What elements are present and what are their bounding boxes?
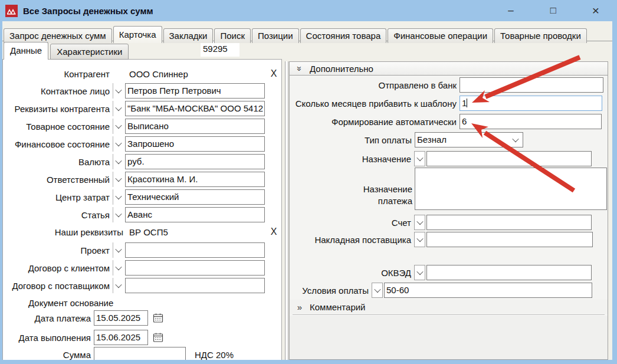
tab-financial-operations[interactable]: Финансовые операции [388,28,493,43]
months-add-field[interactable]: 1 [460,96,602,111]
financial-state-field[interactable]: Запрошено [125,136,265,152]
main-tab-bar: Запрос денежных сумм Карточка Закладки П… [4,26,587,43]
okved-row: ОКВЭД [290,265,592,280]
chevron-down-icon[interactable] [414,232,425,247]
right-form-panel: » Дополнительно Отправлено в банк Скольк… [289,61,608,360]
supplier-invoice-field[interactable] [426,232,593,247]
sent-to-bank-row: Отправлено в банк [290,77,603,93]
goods-state-label: Товарное состояние [3,122,113,132]
amount-field[interactable] [94,347,186,360]
financial-state-label: Финансовое состояние [3,139,113,149]
chevron-down-icon[interactable] [113,154,124,169]
goods-state-field[interactable]: Выписано [125,119,265,134]
minimize-button[interactable]: – [490,0,532,21]
chevron-down-icon[interactable] [113,83,124,99]
project-field[interactable] [125,242,265,258]
field-row: Договор с клиентом [3,260,265,276]
payment-date-label: Дата платежа [3,313,94,323]
calendar-icon[interactable] [152,312,164,324]
okved-field[interactable] [426,265,592,280]
chevron-down-icon[interactable] [414,215,425,230]
tab-bookmarks[interactable]: Закладки [163,28,214,43]
comment-section-header[interactable]: » Комментарий [290,300,608,314]
tab-card[interactable]: Карточка [113,26,162,43]
currency-field[interactable]: руб. [125,154,265,169]
field-row: Товарное состояние Выписано [3,119,265,134]
responsible-field[interactable]: Красоткина М. И. [125,172,265,187]
contragent-clear-button[interactable]: X [268,68,279,79]
chevron-down-icon[interactable] [414,265,425,280]
months-add-label: Сколько месяцев прибавить к шаблону [290,99,460,109]
account-field[interactable] [426,215,592,230]
payment-purpose-textarea[interactable] [415,168,607,210]
project-label: Проект [3,245,113,255]
sent-to-bank-field[interactable] [460,77,603,93]
payment-type-row: Тип оплаты Безнал [290,132,523,147]
comment-section-title: Комментарий [310,302,365,312]
chevron-down-icon[interactable] [113,242,124,258]
additional-section-header[interactable]: » Дополнительно [290,62,608,76]
chevron-down-icon[interactable] [113,278,124,293]
calendar-icon[interactable] [152,332,164,343]
our-details-row: Наши реквизиты ВР ОСП5 X [3,226,281,238]
record-id-field[interactable]: 59295 [201,41,239,57]
chevron-down-icon[interactable] [414,151,425,166]
chevron-down-icon[interactable] [113,260,124,276]
payment-terms-field[interactable]: 50-60 [384,283,592,298]
client-contract-field[interactable] [125,260,265,276]
title-bar: Все Запросы денежных сумм – □ × [0,0,617,21]
chevron-down-icon[interactable] [113,119,124,134]
expand-section-icon[interactable]: » [290,302,310,312]
payment-terms-label: Условия оплаты [290,286,372,296]
payment-type-select[interactable]: Безнал [415,132,523,147]
subtab-characteristics[interactable]: Характеристики [50,44,129,60]
subtab-data[interactable]: Данные [4,42,48,60]
tab-goods-states[interactable]: Состояния товара [300,28,387,43]
execution-date-row: Дата выполнения 15.06.2025 [3,330,164,345]
supplier-invoice-row: Накладная поставщика [290,232,593,247]
execution-date-field[interactable]: 15.06.2025 [94,330,148,345]
tab-positions[interactable]: Позиции [252,28,299,43]
auto-generate-field[interactable]: 6 [460,114,602,129]
cost-center-field[interactable]: Технический [125,189,265,205]
tab-goods-postings[interactable]: Товарные проводки [494,28,587,43]
chevron-down-icon[interactable] [372,283,383,298]
payment-date-row: Дата платежа 15.05.2025 [3,310,164,326]
tab-search[interactable]: Поиск [214,28,251,43]
supplier-contract-field[interactable] [125,278,265,293]
app-window: Все Запросы денежных сумм – □ × Запрос д… [0,0,617,364]
left-form-panel: Контрагент ООО Спиннер X Контактное лицо… [2,59,282,360]
chevron-down-icon[interactable] [113,101,124,116]
supplier-contract-label: Договор с поставщиком [3,281,113,291]
chevron-down-icon[interactable] [113,207,124,222]
comment-body[interactable] [290,316,608,359]
auto-generate-label: Формирование автоматически [290,117,460,127]
contact-person-field[interactable]: Петров Петр Петрович [125,83,265,99]
chevron-down-icon[interactable] [113,136,124,152]
field-row: Реквизиты контрагента "Банк "МБА-МОСКВА"… [3,101,265,116]
client-contract-label: Договор с клиентом [3,263,113,273]
window-title: Все Запросы денежных сумм [23,6,153,16]
tab-money-request[interactable]: Запрос денежных сумм [4,28,112,43]
text-caret [467,99,467,107]
maximize-button[interactable]: □ [532,0,575,21]
our-details-label: Наши реквизиты [3,227,126,237]
field-row: Ответственный Красоткина М. И. [3,172,265,187]
supplier-invoice-label: Накладная поставщика [290,235,414,245]
panel-splitter[interactable] [285,61,288,360]
close-button[interactable]: × [575,0,617,21]
chevron-down-icon[interactable] [113,172,124,187]
contragent-details-field[interactable]: "Банк "МБА-МОСКВА" ООО 5412 [125,101,265,116]
our-details-clear-button[interactable]: X [268,227,279,237]
app-logo-icon [5,5,18,17]
article-field[interactable]: Аванс [125,207,265,222]
cost-center-label: Центр затрат [3,192,113,202]
payment-date-field[interactable]: 15.05.2025 [94,310,148,326]
months-add-row: Сколько месяцев прибавить к шаблону 1 [290,96,602,111]
chevron-down-icon[interactable] [113,189,124,205]
collapse-section-icon[interactable]: » [295,58,305,78]
contragent-label: Контрагент [3,69,113,79]
purpose-row: Назначение [290,151,592,166]
purpose-field[interactable] [426,151,592,166]
field-row: Финансовое состояние Запрошено [3,136,265,152]
